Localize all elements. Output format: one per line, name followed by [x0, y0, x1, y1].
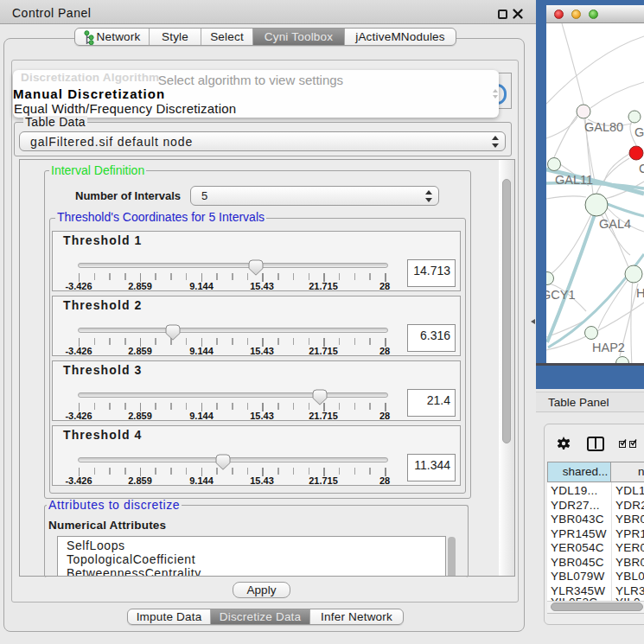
- svg-text:C: C: [639, 162, 644, 175]
- svg-text:GAL4: GAL4: [599, 217, 631, 231]
- svg-text:HAP2: HAP2: [592, 341, 625, 354]
- svg-text:GCY1: GCY1: [546, 288, 576, 302]
- svg-text:H: H: [636, 286, 644, 300]
- svg-text:GAL80: GAL80: [584, 120, 623, 134]
- svg-text:GAL11: GAL11: [555, 173, 593, 187]
- svg-text:G.: G.: [634, 125, 644, 139]
